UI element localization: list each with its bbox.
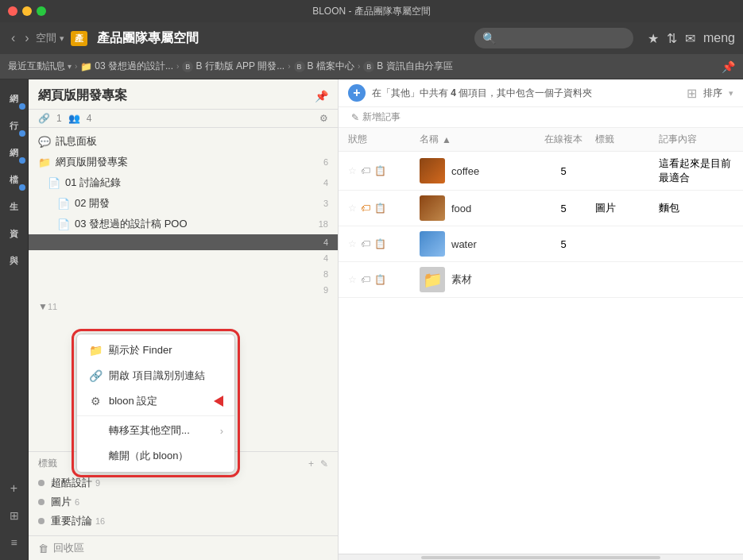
- search-bar[interactable]: 🔍: [474, 28, 633, 48]
- sidebar-icon-5[interactable]: 資: [2, 221, 27, 246]
- bc-folder-icon: 📁: [80, 61, 92, 72]
- user-label[interactable]: meng: [703, 31, 735, 45]
- row-status-0: ☆ 🏷 📋: [348, 165, 420, 176]
- tag-icon-0[interactable]: 🏷: [361, 165, 370, 176]
- note-icon-2[interactable]: 📋: [374, 238, 386, 249]
- right-top-actions: + 在「其他」中共有 4 個項目，其中包含一個子資料夾 ⊞ 排序 ▾: [339, 79, 743, 107]
- trash-button[interactable]: 🗑 回收區: [38, 541, 328, 555]
- row-status-2: ☆ 🏷 📋: [348, 238, 420, 249]
- tag-item-0[interactable]: 超酷設計 9: [38, 473, 328, 492]
- table-row[interactable]: ☆ 🏷 📋 📁 素材: [339, 262, 743, 298]
- space-badge: 產: [71, 31, 87, 46]
- col-header-name[interactable]: 名稱 ▲: [420, 133, 532, 146]
- tree-item-dev[interactable]: 📄 02 開發 3: [29, 193, 338, 214]
- bc-design-label: 03 發想過的設計...: [95, 60, 173, 73]
- sidebar-icon-0[interactable]: 網: [2, 86, 27, 111]
- table-row[interactable]: ☆ 🏷 📋 food 5 圖片 麵包: [339, 191, 743, 226]
- tag-item-1[interactable]: 圖片 6: [38, 492, 328, 512]
- ctx-link[interactable]: 🔗 開啟 項目識別別連結: [77, 363, 234, 388]
- edit-tag-button[interactable]: ✎: [320, 458, 328, 469]
- table-row[interactable]: ☆ 🏷 📋 coffee 5 這看起來是目前最適合: [339, 152, 743, 191]
- row-status-1: ☆ 🏷 📋: [348, 203, 420, 214]
- tree-item-discussion[interactable]: 📄 01 討論紀錄 4: [29, 172, 338, 193]
- star-0[interactable]: ☆: [348, 165, 357, 176]
- tag-count-0: 9: [95, 478, 100, 488]
- space-label[interactable]: 空間: [36, 31, 56, 45]
- maximize-button[interactable]: [37, 6, 46, 16]
- sidebar-list-button[interactable]: ≡: [2, 530, 27, 555]
- tag-icon-3[interactable]: 🏷: [361, 274, 370, 285]
- meta-link-count: 1: [56, 113, 62, 124]
- sort-button[interactable]: 排序: [703, 87, 722, 100]
- bc-info-icon: B: [363, 61, 374, 72]
- tree-item-design[interactable]: 📄 03 發想過的設計稿 POO 18: [29, 214, 338, 234]
- star-2[interactable]: ☆: [348, 238, 357, 249]
- tag-icon-2[interactable]: 🏷: [361, 238, 370, 249]
- tree-count-active: 4: [323, 238, 328, 247]
- tree-item-project[interactable]: 📁 網頁版開發專案 6: [29, 152, 338, 172]
- minimize-button[interactable]: [22, 6, 32, 16]
- ctx-move-label: 轉移至其他空間...: [109, 423, 214, 438]
- sidebar-icon-1[interactable]: 行: [2, 113, 27, 138]
- bookmark-icon[interactable]: ★: [648, 31, 659, 46]
- sidebar-icon-label-6: 與: [10, 255, 18, 267]
- sidebar-grid-button[interactable]: ⊞: [2, 503, 27, 528]
- ctx-link-label: 開啟 項目識別別連結: [109, 369, 223, 383]
- star-3[interactable]: ☆: [348, 274, 357, 285]
- meta-settings-icon[interactable]: ⚙: [319, 113, 328, 124]
- new-note-button[interactable]: ✎ 新增記事: [351, 110, 730, 124]
- bc-recent[interactable]: 最近互動訊息 ▾: [8, 60, 72, 73]
- bc-app[interactable]: B B 行動版 APP 開發...: [182, 60, 284, 73]
- tree-item-9[interactable]: ▼ 11: [29, 298, 338, 315]
- bc-files[interactable]: B B 檔案中心: [294, 60, 354, 73]
- pin-button[interactable]: 📌: [722, 60, 735, 73]
- col-header-copies: 在線複本: [532, 133, 595, 146]
- horizontal-scrollbar[interactable]: [339, 554, 743, 560]
- bc-info[interactable]: B B 資訊自由分享區: [363, 60, 452, 73]
- row-name-3: 素材: [451, 272, 532, 287]
- ctx-finder-icon: 📁: [88, 344, 103, 357]
- panel-pin-button[interactable]: 📌: [315, 90, 328, 102]
- left-panel: 網頁版開發專案 📌 🔗 1 👥 4 ⚙ 💬 訊息面板 📁 網頁版開發專案 6 📄: [29, 79, 339, 560]
- table-row[interactable]: ☆ 🏷 📋 water 5: [339, 226, 743, 262]
- tree-item-active[interactable]: 4: [29, 234, 338, 250]
- titlebar: BLOON - 產品團隊專屬空間: [0, 0, 743, 22]
- note-icon-0[interactable]: 📋: [374, 165, 386, 176]
- tree-item-6[interactable]: 4: [29, 250, 338, 266]
- add-item-button[interactable]: +: [348, 84, 366, 102]
- close-button[interactable]: [8, 6, 17, 16]
- sort-icon[interactable]: ⇅: [667, 31, 677, 46]
- tree-item-7[interactable]: 8: [29, 266, 338, 282]
- tag-actions: + ✎: [308, 458, 328, 469]
- tags-value-1: 圖片: [595, 202, 616, 214]
- tag-item-2[interactable]: 重要討論 16: [38, 512, 328, 531]
- mail-icon[interactable]: ✉: [685, 31, 695, 46]
- row-content-1: 麵包: [659, 201, 733, 215]
- col-header-tags: 標籤: [595, 133, 659, 146]
- sidebar-icon-3[interactable]: 檔: [2, 167, 27, 192]
- note-icon-3[interactable]: 📋: [374, 274, 386, 285]
- add-tag-button[interactable]: +: [308, 458, 314, 469]
- sidebar-icon-2[interactable]: 網: [2, 140, 27, 165]
- forward-button[interactable]: ›: [21, 29, 32, 47]
- tree-item-message-board[interactable]: 💬 訊息面板: [29, 131, 338, 152]
- ctx-leave[interactable]: 離開（此 bloon）: [77, 443, 234, 469]
- row-name-cell-2: water: [420, 231, 532, 257]
- window-controls: [8, 6, 46, 16]
- ctx-settings[interactable]: ⚙ bloon 設定: [77, 388, 234, 414]
- sidebar-icon-4[interactable]: 生: [2, 194, 27, 219]
- bc-design[interactable]: 📁 03 發想過的設計...: [80, 60, 173, 73]
- context-menu: 📁 顯示於 Finder 🔗 開啟 項目識別別連結 ⚙ bloon 設定 轉移至…: [76, 334, 235, 473]
- tag-icon-1[interactable]: 🏷: [361, 203, 370, 214]
- bc-sep-1: ›: [75, 62, 77, 71]
- sidebar-add-button[interactable]: +: [2, 476, 27, 501]
- ctx-move[interactable]: 轉移至其他空間... ›: [77, 418, 234, 443]
- ctx-finder[interactable]: 📁 顯示於 Finder: [77, 338, 234, 363]
- sidebar-icon-6[interactable]: 與: [2, 248, 27, 273]
- scroll-thumb: [421, 556, 660, 559]
- grid-view-button[interactable]: ⊞: [687, 86, 697, 101]
- note-icon-1[interactable]: 📋: [374, 203, 386, 214]
- back-button[interactable]: ‹: [8, 29, 18, 47]
- star-1[interactable]: ☆: [348, 203, 357, 214]
- tree-item-8[interactable]: 9: [29, 282, 338, 298]
